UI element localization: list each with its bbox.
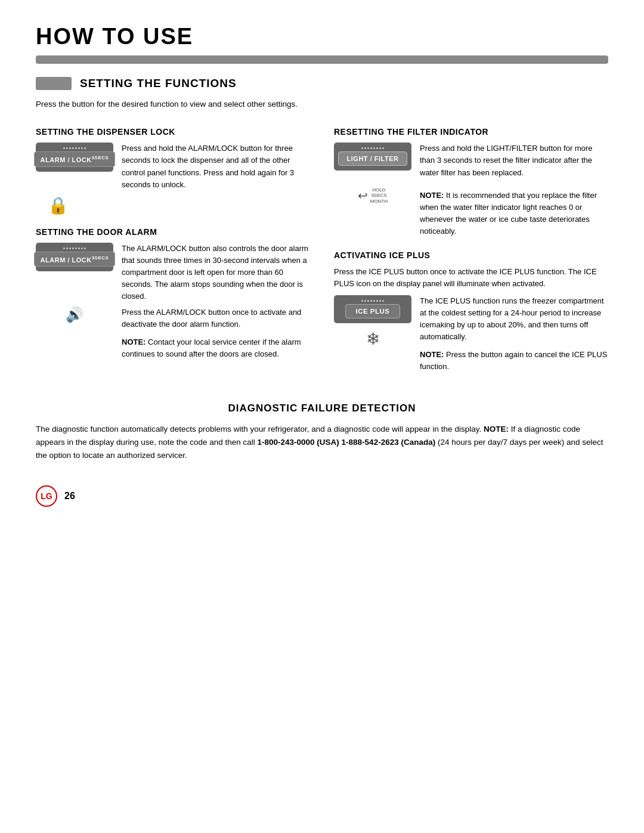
ice-plus-panel: ICE PLUS <box>334 295 411 323</box>
intro-text: Press the button for the desired functio… <box>36 98 608 110</box>
diagnostic-text: The diagnostic function automatically de… <box>36 423 608 462</box>
lg-logo: LG <box>36 485 57 507</box>
page-number: 26 <box>64 491 75 501</box>
door-alarm-title: SETTING THE DOOR ALARM <box>36 227 310 237</box>
diagnostic-title: DIAGNOSTIC FAILURE DETECTION <box>36 402 608 414</box>
alarm-lock-button-1[interactable]: ALARM / LOCK3SECS <box>34 151 116 167</box>
alarm-lock-button-2[interactable]: ALARM / LOCK3SECS <box>34 252 116 267</box>
top-decorative-bar <box>36 55 608 64</box>
dispenser-lock-panel: ALARM / LOCK3SECS <box>36 143 113 172</box>
speaker-icon: 🔊 <box>66 306 83 323</box>
ice-plus-title: ACTIVATING ICE PLUS <box>334 250 608 260</box>
filter-panel: LIGHT / FILTER <box>334 143 411 171</box>
hold-indicator: ↩ HOLD 3SECS MONTH <box>358 187 388 205</box>
filter-body: Press and hold the LIGHT/FILTER button f… <box>420 143 608 178</box>
ice-plus-body2: The ICE PLUS function runs the freezer c… <box>420 295 608 343</box>
section-header: SETTING THE FUNCTIONS <box>36 77 608 90</box>
footer: LG 26 <box>36 485 608 507</box>
section-header-text: SETTING THE FUNCTIONS <box>80 77 237 90</box>
filter-indicator-title: RESETTING THE FILTER INDICATOR <box>334 127 608 137</box>
door-alarm-section: SETTING THE DOOR ALARM ALARM / LOCK3SECS… <box>36 227 310 360</box>
door-alarm-note: Press the ALARM/LOCK button once to acti… <box>122 306 310 330</box>
section-header-icon-block <box>36 77 72 90</box>
door-alarm-body: The ALARM/LOCK button also controls the … <box>122 243 310 303</box>
ice-plus-section: ACTIVATING ICE PLUS Press the ICE PLUS b… <box>334 250 608 373</box>
snowflake-icon: ❄ <box>366 329 380 349</box>
door-alarm-note2: NOTE: Contact your local service center … <box>122 336 310 360</box>
filter-indicator-section: RESETTING THE FILTER INDICATOR LIGHT / F… <box>334 127 608 237</box>
hold-arrow-icon: ↩ <box>358 188 368 203</box>
ice-plus-note: NOTE: Press the button again to cancel t… <box>420 349 608 373</box>
ice-plus-button[interactable]: ICE PLUS <box>345 304 400 318</box>
lock-icon: 🔒 <box>48 196 69 215</box>
door-alarm-panel: ALARM / LOCK3SECS <box>36 243 113 272</box>
diagnostic-section: DIAGNOSTIC FAILURE DETECTION The diagnos… <box>36 397 608 462</box>
dispenser-lock-section: SETTING THE DISPENSER LOCK ALARM / LOCK3… <box>36 127 310 215</box>
light-filter-button[interactable]: LIGHT / FILTER <box>338 151 408 166</box>
right-column: RESETTING THE FILTER INDICATOR LIGHT / F… <box>334 127 608 373</box>
ice-plus-body: Press the ICE PLUS button once to activa… <box>334 266 608 290</box>
left-column: SETTING THE DISPENSER LOCK ALARM / LOCK3… <box>36 127 310 373</box>
dispenser-lock-title: SETTING THE DISPENSER LOCK <box>36 127 310 137</box>
filter-note: NOTE: It is recommended that you replace… <box>420 190 608 238</box>
page-title: HOW TO USE <box>36 24 608 49</box>
dispenser-lock-body: Press and hold the ALARM/LOCK button for… <box>122 143 310 191</box>
